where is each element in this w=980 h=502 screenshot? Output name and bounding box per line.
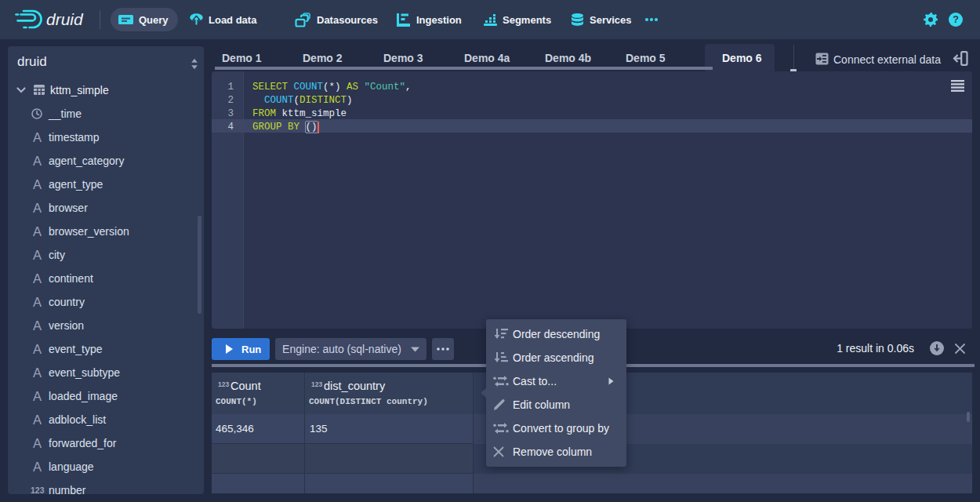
svg-text:?: ? (953, 14, 959, 25)
